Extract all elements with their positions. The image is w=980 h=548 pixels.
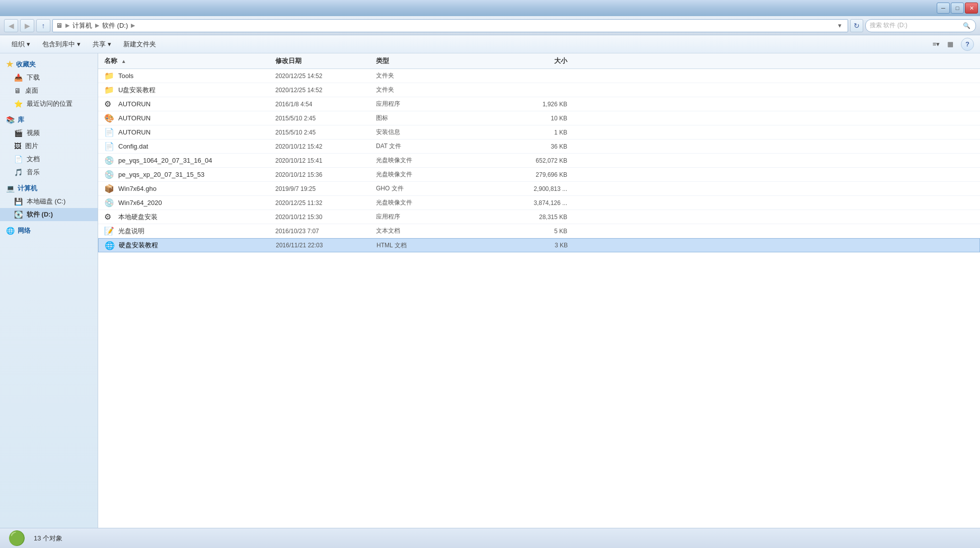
- table-row[interactable]: 📄 Config.dat 2020/10/12 15:42 DAT 文件 36 …: [98, 140, 980, 154]
- preview-pane-button[interactable]: ▦: [944, 38, 957, 51]
- sidebar-network-header[interactable]: 🌐 网络: [0, 224, 98, 237]
- file-name-1: U盘安装教程: [118, 86, 275, 95]
- breadcrumb-drive[interactable]: 软件 (D:): [102, 21, 128, 30]
- file-type-3: 图标: [376, 114, 477, 122]
- col-header-date[interactable]: 修改日期: [275, 56, 376, 65]
- file-icon-8: 📦: [104, 184, 115, 193]
- sidebar-item-software-d[interactable]: 💽 软件 (D:): [0, 208, 98, 221]
- table-row[interactable]: 💿 pe_yqs_1064_20_07_31_16_04 2020/10/12 …: [98, 154, 980, 168]
- file-name-10: 本地硬盘安装: [118, 213, 275, 222]
- sidebar-item-local-c[interactable]: 💾 本地磁盘 (C:): [0, 195, 98, 208]
- organize-button[interactable]: 组织 ▾: [6, 37, 36, 51]
- refresh-button[interactable]: ↻: [850, 19, 863, 32]
- sidebar-item-recent[interactable]: ⭐ 最近访问的位置: [0, 97, 98, 110]
- titlebar-buttons: ─ □ ✕: [937, 3, 978, 14]
- back-button[interactable]: ◀: [4, 19, 18, 32]
- file-name-3: AUTORUN: [118, 114, 275, 122]
- file-type-1: 文件夹: [376, 86, 477, 94]
- table-row[interactable]: 📄 AUTORUN 2015/5/10 2:45 安装信息 1 KB: [98, 125, 980, 140]
- file-size-10: 28,315 KB: [477, 214, 567, 221]
- music-icon: 🎵: [14, 168, 23, 176]
- table-row[interactable]: ⚙ AUTORUN 2016/1/8 4:54 应用程序 1,926 KB: [98, 97, 980, 111]
- file-name-0: Tools: [118, 72, 275, 80]
- file-icon-6: 💿: [104, 156, 115, 165]
- organize-label: 组织: [12, 40, 25, 49]
- file-date-3: 2015/5/10 2:45: [275, 115, 376, 122]
- file-date-9: 2020/12/25 11:32: [275, 199, 376, 207]
- local-c-icon: 💾: [14, 197, 23, 206]
- sidebar-item-docs[interactable]: 📄 文档: [0, 153, 98, 166]
- file-size-9: 3,874,126 ...: [477, 199, 567, 207]
- file-size-8: 2,900,813 ...: [477, 185, 567, 192]
- sidebar-library-header[interactable]: 📚 库: [0, 113, 98, 126]
- table-row[interactable]: 🎨 AUTORUN 2015/5/10 2:45 图标 10 KB: [98, 111, 980, 125]
- toolbar: 组织 ▾ 包含到库中 ▾ 共享 ▾ 新建文件夹 ≡▾ ▦ ?: [0, 35, 980, 53]
- breadcrumb-computer[interactable]: 计算机: [72, 21, 92, 30]
- file-size-7: 279,696 KB: [477, 171, 567, 178]
- include-library-button[interactable]: 包含到库中 ▾: [37, 37, 86, 51]
- file-name-5: Config.dat: [118, 143, 275, 150]
- new-folder-button[interactable]: 新建文件夹: [118, 37, 162, 51]
- file-date-12: 2016/11/21 22:03: [276, 242, 376, 249]
- table-row[interactable]: 📁 Tools 2020/12/25 14:52 文件夹: [98, 69, 980, 83]
- file-date-8: 2019/9/7 19:25: [275, 185, 376, 192]
- sidebar-item-images[interactable]: 🖼 图片: [0, 140, 98, 153]
- close-button[interactable]: ✕: [965, 3, 978, 14]
- forward-button[interactable]: ▶: [20, 19, 34, 32]
- file-icon-4: 📄: [104, 127, 115, 137]
- sidebar-favorites-header[interactable]: ★ 收藏夹: [0, 57, 98, 71]
- file-date-10: 2020/10/12 15:30: [275, 214, 376, 221]
- minimize-button[interactable]: ─: [937, 3, 950, 14]
- address-dropdown-button[interactable]: ▾: [835, 20, 845, 32]
- search-bar[interactable]: 搜索 软件 (D:) 🔍: [865, 19, 976, 32]
- new-folder-label: 新建文件夹: [123, 40, 156, 49]
- breadcrumb-sep-3: ▶: [131, 22, 135, 29]
- file-icon-5: 📄: [104, 142, 115, 151]
- file-type-12: HTML 文档: [376, 241, 477, 250]
- sidebar-item-downloads[interactable]: 📥 下载: [0, 71, 98, 84]
- table-row[interactable]: 📦 Win7x64.gho 2019/9/7 19:25 GHO 文件 2,90…: [98, 182, 980, 196]
- sidebar-item-music[interactable]: 🎵 音乐: [0, 166, 98, 179]
- up-button[interactable]: ↑: [36, 19, 50, 32]
- maximize-button[interactable]: □: [951, 3, 964, 14]
- sidebar-item-desktop[interactable]: 🖥 桌面: [0, 84, 98, 97]
- file-date-5: 2020/10/12 15:42: [275, 143, 376, 150]
- file-name-4: AUTORUN: [118, 128, 275, 136]
- statusbar-count: 13 个对象: [34, 534, 62, 543]
- help-button[interactable]: ?: [961, 38, 974, 51]
- sidebar-item-videos[interactable]: 🎬 视频: [0, 126, 98, 140]
- file-icon-0: 📁: [104, 71, 115, 81]
- file-list-container: 名称 ▲ 修改日期 类型 大小 📁 Tools 2020/12/25 14:52…: [98, 53, 980, 528]
- file-name-8: Win7x64.gho: [118, 185, 275, 192]
- col-header-type[interactable]: 类型: [376, 56, 477, 65]
- file-size-6: 652,072 KB: [477, 157, 567, 164]
- breadcrumb-sep-1: ▶: [65, 22, 69, 29]
- file-name-2: AUTORUN: [118, 100, 275, 108]
- table-row[interactable]: 📝 光盘说明 2016/10/23 7:07 文本文档 5 KB: [98, 224, 980, 238]
- table-row[interactable]: 💿 pe_yqs_xp_20_07_31_15_53 2020/10/12 15…: [98, 168, 980, 182]
- col-header-name[interactable]: 名称 ▲: [104, 56, 275, 65]
- view-buttons: ≡▾ ▦: [930, 38, 957, 51]
- file-date-1: 2020/12/25 14:52: [275, 87, 376, 94]
- titlebar: ─ □ ✕: [0, 0, 980, 16]
- table-row[interactable]: 📁 U盘安装教程 2020/12/25 14:52 文件夹: [98, 83, 980, 97]
- file-type-5: DAT 文件: [376, 142, 477, 151]
- table-row[interactable]: 🌐 硬盘安装教程 2016/11/21 22:03 HTML 文档 3 KB: [98, 238, 980, 252]
- col-header-size[interactable]: 大小: [477, 56, 567, 65]
- sidebar-desktop-label: 桌面: [25, 86, 38, 95]
- sidebar-recent-label: 最近访问的位置: [27, 99, 72, 108]
- share-button[interactable]: 共享 ▾: [87, 37, 117, 51]
- sidebar-computer-header[interactable]: 💻 计算机: [0, 182, 98, 195]
- view-toggle-button[interactable]: ≡▾: [930, 38, 943, 51]
- address-bar[interactable]: 🖥 ▶ 计算机 ▶ 软件 (D:) ▶ ▾: [52, 19, 848, 32]
- file-size-5: 36 KB: [477, 143, 567, 150]
- file-icon-7: 💿: [104, 170, 115, 179]
- file-icon-10: ⚙: [104, 212, 115, 222]
- table-row[interactable]: 💿 Win7x64_2020 2020/12/25 11:32 光盘映像文件 3…: [98, 196, 980, 210]
- file-size-12: 3 KB: [477, 242, 568, 249]
- sidebar-network-section: 🌐 网络: [0, 224, 98, 237]
- table-row[interactable]: ⚙ 本地硬盘安装 2020/10/12 15:30 应用程序 28,315 KB: [98, 210, 980, 224]
- file-date-2: 2016/1/8 4:54: [275, 101, 376, 108]
- search-icon[interactable]: 🔍: [961, 21, 971, 31]
- sidebar-favorites-label: 收藏夹: [16, 60, 36, 69]
